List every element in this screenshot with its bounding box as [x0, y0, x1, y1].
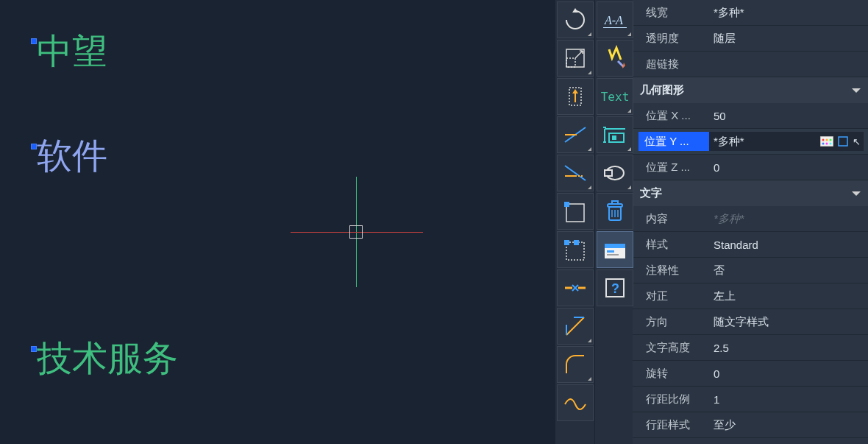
- prop-value[interactable]: 50: [709, 110, 868, 122]
- svg-text:?: ?: [611, 281, 619, 296]
- prop-value[interactable]: 2.5: [709, 342, 868, 354]
- break-tool[interactable]: [557, 231, 594, 268]
- text-tool-label: Text: [601, 90, 630, 104]
- svg-rect-16: [612, 201, 618, 204]
- svg-rect-9: [603, 27, 627, 28]
- prop-row-position-z[interactable]: 位置 Z ... 0: [633, 155, 868, 180]
- text-tool[interactable]: Text: [597, 78, 633, 115]
- prop-label: 透明度: [633, 32, 709, 46]
- prop-value[interactable]: *多种*: [709, 6, 868, 20]
- prop-row-rotation[interactable]: 旋转 0: [633, 361, 868, 387]
- modify-toolbar: [555, 0, 594, 444]
- prop-label: 超链接: [633, 57, 709, 71]
- svg-rect-4: [564, 202, 569, 207]
- svg-rect-20: [607, 254, 619, 256]
- prop-value[interactable]: 1: [709, 393, 868, 406]
- prop-value[interactable]: 至少: [709, 418, 868, 432]
- svg-rect-23: [820, 136, 833, 147]
- prop-label: 位置 X ...: [633, 109, 709, 123]
- svg-rect-19: [607, 250, 614, 253]
- utility-toolbar: A-A Text ?: [594, 0, 633, 444]
- spline-edit-tool[interactable]: [557, 384, 594, 421]
- prop-row-content[interactable]: 内容 *多种*: [633, 206, 868, 232]
- chevron-down-icon: [852, 88, 861, 93]
- prop-row-text-height[interactable]: 文字高度 2.5: [633, 335, 868, 361]
- crosshair-pickbox: [349, 225, 363, 239]
- prop-row-lineweight[interactable]: 线宽 *多种*: [633, 0, 868, 26]
- prop-label: 方向: [633, 315, 709, 329]
- svg-point-27: [822, 143, 825, 145]
- stretch-tool[interactable]: [557, 78, 594, 115]
- prop-label: 位置 Y ...: [638, 132, 709, 151]
- selection-grip[interactable]: [31, 144, 37, 149]
- trim-tool[interactable]: [557, 116, 594, 153]
- svg-point-29: [830, 143, 832, 145]
- section-title: 几何图形: [640, 83, 684, 97]
- prop-row-position-x[interactable]: 位置 X ... 50: [633, 103, 868, 129]
- prop-value[interactable]: *多种* ↖: [709, 132, 864, 151]
- prop-row-annotative[interactable]: 注释性 否: [633, 258, 868, 283]
- prop-value[interactable]: *多种*: [709, 212, 868, 226]
- section-title: 文字: [640, 186, 662, 200]
- svg-point-28: [826, 143, 828, 145]
- chevron-down-icon: [852, 191, 861, 196]
- drawing-canvas[interactable]: 中望 软件 技术服务: [0, 0, 555, 444]
- prop-row-line-spacing[interactable]: 行距比例 1: [633, 387, 868, 412]
- prop-value[interactable]: 随文字样式: [709, 315, 868, 329]
- quick-properties-tool[interactable]: [597, 40, 633, 77]
- prop-row-justify[interactable]: 对正 左上: [633, 283, 868, 309]
- help-tool[interactable]: ?: [597, 269, 633, 306]
- viewport-tool[interactable]: [597, 155, 633, 191]
- prop-value[interactable]: 否: [709, 264, 868, 278]
- prop-label: 样式: [633, 238, 709, 252]
- selection-grip[interactable]: [31, 38, 37, 44]
- prop-label: 行距样式: [633, 418, 709, 432]
- prop-value[interactable]: 0: [709, 367, 868, 380]
- svg-rect-11: [612, 135, 616, 140]
- properties-panel-tool[interactable]: [597, 231, 633, 268]
- prop-value-text: *多种*: [714, 135, 744, 149]
- canvas-text-2[interactable]: 软件: [37, 133, 107, 180]
- rotate-tool[interactable]: [557, 1, 594, 38]
- prop-value[interactable]: Standard: [709, 239, 868, 251]
- svg-point-24: [822, 139, 825, 141]
- prop-label: 文字高度: [633, 341, 709, 355]
- scale-tool[interactable]: [557, 40, 594, 77]
- section-header-geometry[interactable]: 几何图形: [633, 77, 868, 103]
- svg-rect-30: [839, 137, 847, 146]
- delete-tool[interactable]: [597, 193, 633, 230]
- block-tool[interactable]: [597, 116, 633, 153]
- canvas-text-3[interactable]: 技术服务: [37, 335, 178, 382]
- break-at-point-tool[interactable]: [557, 193, 594, 230]
- prop-value[interactable]: 左上: [709, 289, 868, 303]
- selection-grip[interactable]: [31, 346, 37, 352]
- svg-point-26: [830, 139, 832, 141]
- svg-point-25: [826, 139, 828, 141]
- fillet-tool[interactable]: [557, 346, 594, 383]
- cursor-icon: ↖: [853, 136, 861, 147]
- prop-row-transparency[interactable]: 透明度 随层: [633, 26, 868, 52]
- canvas-text-1[interactable]: 中望: [37, 28, 107, 75]
- prop-row-style[interactable]: 样式 Standard: [633, 232, 868, 258]
- prop-row-hyperlink[interactable]: 超链接: [633, 52, 868, 77]
- calculator-icon[interactable]: [820, 136, 833, 147]
- prop-row-line-space-style[interactable]: 行距样式 至少: [633, 412, 868, 438]
- svg-rect-6: [564, 240, 569, 245]
- text-style-tool[interactable]: A-A: [597, 1, 633, 38]
- prop-value[interactable]: 随层: [709, 32, 868, 46]
- extend-tool[interactable]: [557, 155, 594, 191]
- section-header-text[interactable]: 文字: [633, 180, 868, 206]
- properties-panel: 线宽 *多种* 透明度 随层 超链接 几何图形 位置 X ... 50 位置 Y…: [633, 0, 868, 444]
- svg-rect-7: [574, 240, 579, 245]
- picker-icon[interactable]: [838, 136, 848, 147]
- prop-label: 旋转: [633, 367, 709, 381]
- svg-rect-1: [566, 58, 575, 67]
- svg-rect-13: [605, 170, 612, 176]
- prop-label: 对正: [633, 289, 709, 303]
- prop-row-direction[interactable]: 方向 随文字样式: [633, 309, 868, 335]
- join-tool[interactable]: [557, 269, 594, 306]
- prop-row-position-y[interactable]: 位置 Y ... *多种* ↖: [633, 129, 868, 155]
- svg-rect-18: [605, 244, 625, 248]
- chamfer-tool[interactable]: [557, 308, 594, 345]
- prop-value[interactable]: 0: [709, 161, 868, 174]
